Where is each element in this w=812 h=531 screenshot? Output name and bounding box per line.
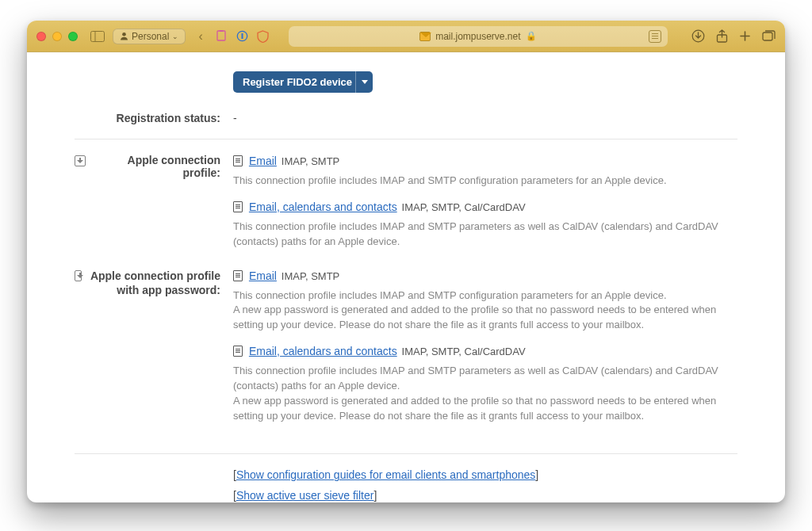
svg-rect-0 [91, 31, 105, 41]
register-fido-button[interactable]: Register FIDO2 device [233, 71, 373, 93]
share-icon[interactable] [716, 29, 728, 44]
svg-rect-6 [242, 33, 243, 39]
dropdown-caret-icon[interactable] [355, 71, 373, 93]
tab-overview-icon[interactable] [762, 30, 776, 42]
register-fido-label: Register FIDO2 device [243, 76, 352, 88]
extension-icon-2[interactable] [236, 30, 249, 43]
cal-profile-pw-link[interactable]: Email, calendars and contacts [249, 345, 397, 357]
nav-back-button[interactable]: ‹ [193, 29, 207, 44]
extension-icon-3[interactable] [257, 30, 270, 43]
apple-profile-pw-label: Apple connection profile with app passwo… [75, 269, 233, 297]
browser-toolbar: Personal ⌄ ‹ mail.jompuserve.net 🔒 [27, 21, 785, 52]
document-icon [233, 346, 243, 357]
registration-status-value: - [233, 112, 737, 124]
lock-icon: 🔒 [526, 31, 537, 41]
email-profile-desc: This connection profile includes IMAP an… [233, 174, 737, 189]
extension-icon-1[interactable] [216, 30, 228, 43]
cal-profile-desc: This connection profile includes IMAP an… [233, 220, 737, 250]
cal-profile-link[interactable]: Email, calendars and contacts [249, 201, 397, 213]
toolbar-right-icons [691, 29, 776, 44]
show-sieve-filter-link[interactable]: Show active user sieve filter [236, 489, 374, 502]
email-profile-link[interactable]: Email [249, 155, 277, 167]
minimize-window-button[interactable] [52, 32, 62, 41]
browser-window: Personal ⌄ ‹ mail.jompuserve.net 🔒 [27, 21, 785, 502]
document-icon [233, 155, 243, 166]
chevron-down-icon: ⌄ [172, 32, 178, 40]
svg-point-2 [122, 32, 126, 36]
maximize-window-button[interactable] [68, 32, 78, 41]
profile-switcher[interactable]: Personal ⌄ [113, 29, 186, 44]
url-host: mail.jompuserve.net [435, 31, 520, 42]
person-icon [120, 32, 128, 40]
registration-status-label: Registration status: [75, 112, 233, 124]
cal-pw-protocols: IMAP, SMTP, Cal/CardDAV [402, 346, 526, 357]
apple-profile-label-text: Apple connection profile: [90, 154, 220, 179]
email-profile-pw-desc: This connection profile includes IMAP an… [233, 288, 737, 334]
cal-profile-pw-desc: This connection profile includes IMAP an… [233, 364, 737, 423]
download-icon [75, 270, 82, 281]
address-bar[interactable]: mail.jompuserve.net 🔒 [289, 26, 668, 47]
document-icon [233, 201, 243, 212]
site-favicon-icon [419, 32, 431, 41]
apple-profile-pw-label-text: Apple connection profile with app passwo… [86, 269, 220, 297]
profile-name: Personal [132, 31, 169, 42]
separator [75, 453, 737, 454]
svg-rect-4 [219, 30, 223, 32]
window-controls [36, 32, 78, 41]
svg-rect-3 [217, 31, 225, 40]
apple-profile-label: Apple connection profile: [75, 154, 233, 179]
email-pw-protocols: IMAP, SMTP [282, 270, 339, 282]
cal-protocols: IMAP, SMTP, Cal/CardDAV [402, 201, 526, 213]
reader-mode-icon[interactable] [649, 30, 661, 43]
svg-rect-9 [763, 32, 772, 40]
document-icon [233, 270, 243, 281]
email-protocols: IMAP, SMTP [282, 155, 339, 167]
new-tab-icon[interactable] [739, 30, 751, 42]
downloads-icon[interactable] [691, 29, 705, 43]
download-icon [75, 155, 86, 166]
show-config-guides-link[interactable]: Show configuration guides for email clie… [236, 468, 535, 481]
email-profile-pw-link[interactable]: Email [249, 269, 277, 282]
sidebar-toggle-icon[interactable] [90, 31, 105, 42]
close-window-button[interactable] [36, 32, 46, 41]
page-content: Register FIDO2 device Registration statu… [27, 52, 785, 502]
